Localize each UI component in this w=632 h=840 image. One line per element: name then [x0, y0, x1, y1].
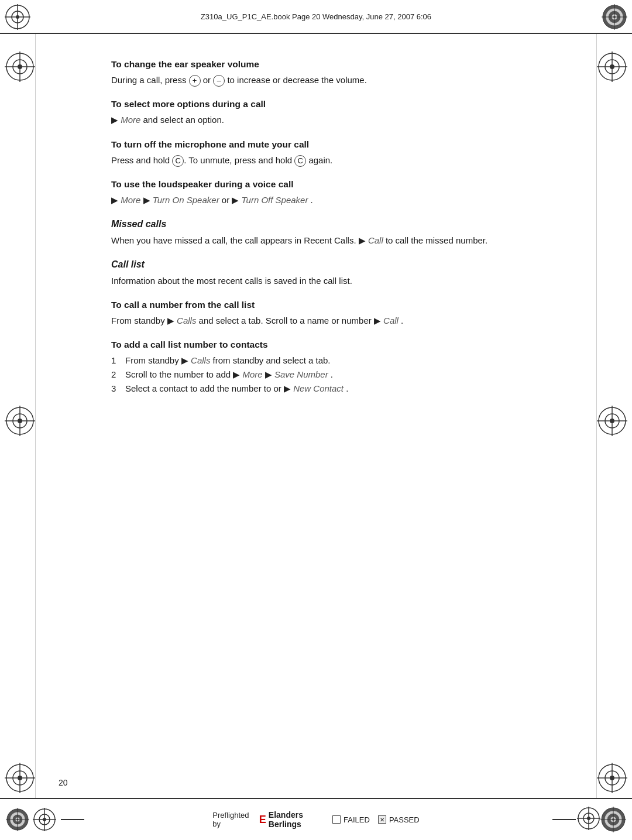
section-loudspeaker: To use the loudspeaker during a voice ca…: [111, 177, 556, 207]
arrow-step3: ▶: [284, 383, 291, 393]
section-mute: To turn off the microphone and mute your…: [111, 138, 556, 167]
step-3-text: Select a contact to add the number to or…: [125, 382, 348, 396]
step-num-2: 2: [111, 368, 121, 382]
heading-call-from-list: To call a number from the call list: [111, 298, 556, 312]
body-call-list: Information about the most recent calls …: [111, 274, 556, 287]
section-missed-calls: Missed calls When you have missed a call…: [111, 217, 556, 247]
footer-logo: E Elanders Berlings: [259, 810, 324, 829]
menu-new-contact: New Contact: [293, 383, 344, 393]
heading-more-options: To select more options during a call: [111, 97, 556, 111]
arrow-loudspeaker-3: ▶: [232, 195, 239, 205]
header-reg-mark-left: [5, 4, 30, 32]
arrow-step2-1: ▶: [233, 369, 240, 379]
menu-turn-on-speaker: Turn On Speaker: [153, 195, 219, 205]
arrow-loudspeaker-1: ▶: [111, 195, 118, 205]
margin-line-right: [596, 34, 597, 840]
menu-more-speaker: More: [121, 195, 140, 205]
menu-call-1: Call: [383, 316, 399, 325]
body-call-from-list: From standby ▶ Calls and select a tab. S…: [111, 314, 556, 327]
c-key-icon-2: C: [294, 155, 306, 167]
margin-line-left: [35, 34, 36, 840]
menu-more-step2: More: [242, 369, 262, 379]
footer-right: [420, 807, 626, 832]
footer-center: Preflighted by E Elanders Berlings FAILE…: [212, 810, 419, 829]
footer-spiral-mark: [6, 808, 29, 831]
arrow-loudspeaker-2: ▶: [143, 195, 150, 205]
heading-ear-speaker: To change the ear speaker volume: [111, 57, 556, 71]
plus-key-icon: +: [189, 75, 201, 87]
arrow-step1: ▶: [181, 355, 188, 365]
body-missed-calls: When you have missed a call, the call ap…: [111, 234, 556, 247]
menu-call-missed: Call: [368, 235, 383, 245]
page-number: 20: [59, 778, 68, 787]
failed-checkbox: [332, 815, 341, 824]
arrow-call-from-list-1: ▶: [167, 316, 174, 325]
arrow-more-options: ▶: [111, 115, 118, 125]
page-corner-mark-bottom-right: [597, 763, 627, 793]
step-1: 1 From standby ▶ Calls from standby and …: [111, 354, 556, 368]
section-call-from-list: To call a number from the call list From…: [111, 298, 556, 327]
page-corner-mark-mid-left: [5, 406, 35, 436]
section-more-options: To select more options during a call ▶ M…: [111, 97, 556, 126]
footer-company-name: Elanders Berlings: [269, 810, 324, 829]
arrow-step2-2: ▶: [265, 369, 272, 379]
steps-list: 1 From standby ▶ Calls from standby and …: [111, 354, 556, 396]
page-corner-mark-top-left: [5, 52, 35, 82]
passed-checkbox: ✕: [378, 815, 386, 824]
minus-key-icon: –: [213, 75, 225, 87]
menu-calls-step1: Calls: [191, 355, 210, 365]
page-corner-mark-top-right: [597, 52, 627, 82]
arrow-missed-calls: ▶: [359, 235, 366, 245]
footer: Preflighted by E Elanders Berlings FAILE…: [0, 798, 632, 840]
step-num-1: 1: [111, 354, 121, 368]
footer-crosshair-mark: [33, 808, 56, 831]
page-corner-mark-bottom-left: [5, 763, 35, 793]
body-loudspeaker: ▶ More ▶ Turn On Speaker or ▶ Turn Off S…: [111, 193, 556, 207]
page: Z310a_UG_P1C_AE.book Page 20 Wednesday, …: [0, 0, 632, 840]
heading-add-to-contacts: To add a call list number to contacts: [111, 338, 556, 352]
section-call-list: Call list Information about the most rec…: [111, 258, 556, 287]
heading-call-list: Call list: [111, 258, 556, 272]
page-corner-mark-mid-right: [597, 406, 627, 436]
preflight-label: Preflighted by: [212, 811, 250, 828]
menu-more: More: [121, 115, 140, 125]
body-more-options: ▶ More and select an option.: [111, 113, 556, 126]
failed-checkbox-item: FAILED: [332, 815, 370, 824]
header-text: Z310a_UG_P1C_AE.book Page 20 Wednesday, …: [6, 12, 626, 21]
footer-reg-mark-right: [577, 807, 600, 830]
step-2-text: Scroll to the number to add ▶ More ▶ Sav…: [125, 368, 333, 382]
menu-save-number: Save Number: [274, 369, 328, 379]
passed-label: PASSED: [389, 815, 420, 824]
footer-spiral-mark-right: [600, 807, 626, 832]
heading-mute: To turn off the microphone and mute your…: [111, 138, 556, 152]
menu-turn-off-speaker: Turn Off Speaker: [242, 195, 308, 205]
c-key-icon-1: C: [172, 155, 184, 167]
footer-left: [6, 808, 212, 831]
menu-calls-1: Calls: [177, 316, 196, 325]
step-2: 2 Scroll to the number to add ▶ More ▶ S…: [111, 368, 556, 382]
body-mute: Press and hold C. To unmute, press and h…: [111, 153, 556, 167]
step-num-3: 3: [111, 382, 121, 396]
step-3: 3 Select a contact to add the number to …: [111, 382, 556, 396]
heading-loudspeaker: To use the loudspeaker during a voice ca…: [111, 177, 556, 191]
page-content: To change the ear speaker volume During …: [0, 34, 632, 840]
failed-label: FAILED: [344, 815, 370, 824]
body-ear-speaker: During a call, press + or – to increase …: [111, 73, 556, 87]
section-add-to-contacts: To add a call list number to contacts 1 …: [111, 338, 556, 396]
text-area: To change the ear speaker volume During …: [64, 34, 568, 418]
section-ear-speaker: To change the ear speaker volume During …: [111, 57, 556, 87]
footer-line-right: [552, 819, 576, 820]
step-1-text: From standby ▶ Calls from standby and se…: [125, 354, 331, 368]
heading-missed-calls: Missed calls: [111, 217, 556, 232]
footer-line-left: [61, 819, 84, 820]
arrow-call-from-list-2: ▶: [374, 316, 381, 325]
passed-checkbox-item: ✕ PASSED: [378, 815, 420, 824]
header-reg-mark-right: [602, 4, 627, 32]
footer-logo-e: E: [259, 814, 266, 826]
header-bar: Z310a_UG_P1C_AE.book Page 20 Wednesday, …: [0, 0, 632, 34]
